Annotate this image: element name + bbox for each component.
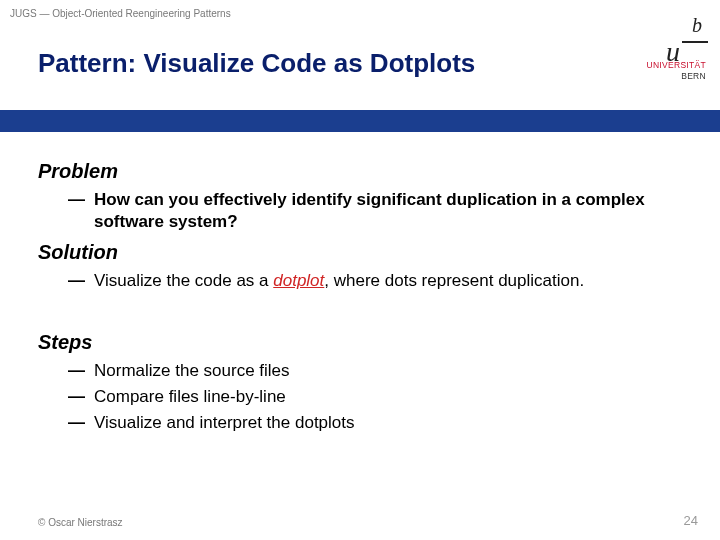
page-title: Pattern: Visualize Code as Dotplots <box>38 48 475 79</box>
solution-prefix: Visualize the code as a <box>94 271 273 290</box>
list-item: — How can you effectively identify signi… <box>68 189 682 233</box>
slide-content: Problem — How can you effectively identi… <box>0 132 720 434</box>
university-name: UNIVERSITÄT BERN <box>646 60 706 81</box>
em-dash-icon: — <box>68 386 94 408</box>
page-number: 24 <box>684 513 698 528</box>
logo-underline <box>682 41 708 43</box>
em-dash-icon: — <box>68 412 94 434</box>
university-name-line2: BERN <box>681 71 706 81</box>
list-item: — Compare files line-by-line <box>68 386 682 408</box>
list-item: — Visualize the code as a dotplot, where… <box>68 270 682 292</box>
em-dash-icon: — <box>68 189 94 211</box>
step-text: Compare files line-by-line <box>94 386 682 408</box>
doc-tag: JUGS — Object-Oriented Reengineering Pat… <box>10 8 231 19</box>
em-dash-icon: — <box>68 360 94 382</box>
step-text: Normalize the source files <box>94 360 682 382</box>
em-dash-icon: — <box>68 270 94 292</box>
university-logo: b u UNIVERSITÄT BERN <box>600 0 720 110</box>
solution-suffix: , where dots represent duplication. <box>324 271 584 290</box>
dotplot-keyword: dotplot <box>273 271 324 290</box>
list-item: — Visualize and interpret the dotplots <box>68 412 682 434</box>
step-text: Visualize and interpret the dotplots <box>94 412 682 434</box>
solution-bullets: — Visualize the code as a dotplot, where… <box>68 270 682 292</box>
logo-letter-b: b <box>692 14 702 37</box>
copyright: © Oscar Nierstrasz <box>38 517 123 528</box>
problem-bullets: — How can you effectively identify signi… <box>68 189 682 233</box>
title-separator-band <box>0 110 720 132</box>
solution-heading: Solution <box>38 241 682 264</box>
steps-bullets: — Normalize the source files — Compare f… <box>68 360 682 433</box>
steps-heading: Steps <box>38 331 682 354</box>
university-name-line1: UNIVERSITÄT <box>646 60 706 70</box>
solution-text: Visualize the code as a dotplot, where d… <box>94 270 682 292</box>
list-item: — Normalize the source files <box>68 360 682 382</box>
problem-heading: Problem <box>38 160 682 183</box>
problem-text: How can you effectively identify signifi… <box>94 189 682 233</box>
